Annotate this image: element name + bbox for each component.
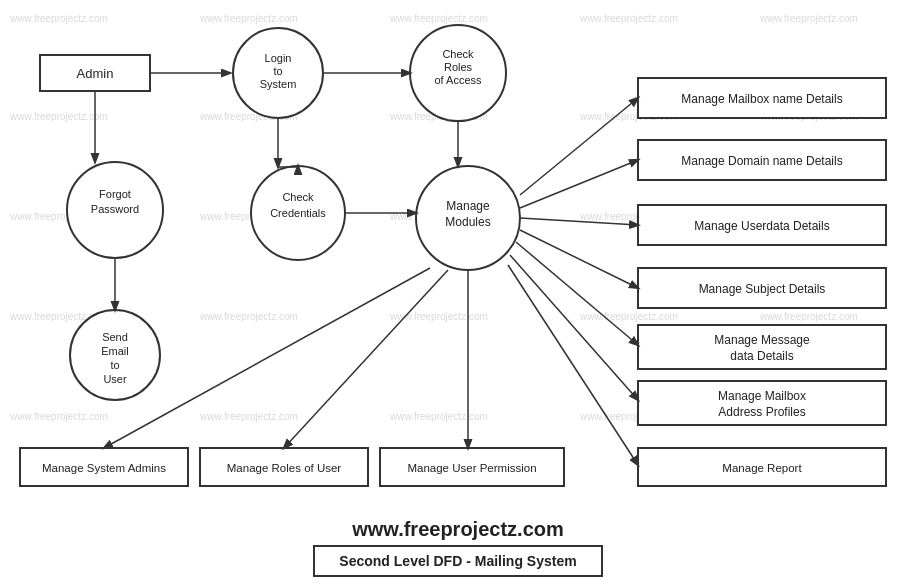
svg-text:www.freeprojectz.com: www.freeprojectz.com xyxy=(579,311,678,322)
svg-text:Credentials: Credentials xyxy=(270,207,326,219)
svg-text:Login: Login xyxy=(265,52,292,64)
svg-text:Manage: Manage xyxy=(446,199,490,213)
svg-text:Forgot: Forgot xyxy=(99,188,131,200)
svg-text:Roles: Roles xyxy=(444,61,473,73)
diagram-title: Second Level DFD - Mailing System xyxy=(313,545,602,577)
svg-text:Manage Mailbox name Details: Manage Mailbox name Details xyxy=(681,92,842,106)
svg-text:Modules: Modules xyxy=(445,215,490,229)
admin-label: Admin xyxy=(77,66,114,81)
svg-text:www.freeprojectz.com: www.freeprojectz.com xyxy=(389,13,488,24)
svg-text:www.freeprojectz.com: www.freeprojectz.com xyxy=(759,311,858,322)
svg-text:www.freeprojectz.com: www.freeprojectz.com xyxy=(759,13,858,24)
svg-text:Address Profiles: Address Profiles xyxy=(718,405,805,419)
svg-text:Email: Email xyxy=(101,345,129,357)
svg-text:to: to xyxy=(110,359,119,371)
svg-text:Manage Userdata Details: Manage Userdata Details xyxy=(694,219,829,233)
svg-text:Manage Subject Details: Manage Subject Details xyxy=(699,282,826,296)
svg-text:www.freeprojectz.com: www.freeprojectz.com xyxy=(9,111,108,122)
svg-text:Manage  Report: Manage Report xyxy=(722,462,802,474)
svg-text:Manage Domain name Details: Manage Domain name Details xyxy=(681,154,842,168)
svg-line-82 xyxy=(520,230,638,288)
svg-text:data Details: data Details xyxy=(730,349,793,363)
svg-text:www.freeprojectz.com: www.freeprojectz.com xyxy=(9,13,108,24)
svg-text:www.freeprojectz.com: www.freeprojectz.com xyxy=(579,13,678,24)
svg-text:www.freeprojectz.com: www.freeprojectz.com xyxy=(389,311,488,322)
svg-line-79 xyxy=(520,98,638,195)
dfd-diagram: www.freeprojectz.com www.freeprojectz.co… xyxy=(0,0,916,587)
svg-point-31 xyxy=(410,25,506,121)
svg-text:User: User xyxy=(103,373,127,385)
svg-text:www.freeprojectz.com: www.freeprojectz.com xyxy=(199,13,298,24)
svg-line-85 xyxy=(508,265,638,465)
svg-text:www.freeprojectz.com: www.freeprojectz.com xyxy=(389,411,488,422)
svg-text:www.freeprojectz.com: www.freeprojectz.com xyxy=(199,311,298,322)
svg-text:Password: Password xyxy=(91,203,139,215)
svg-text:Check: Check xyxy=(282,191,314,203)
svg-text:Check: Check xyxy=(442,48,474,60)
svg-text:Manage Message: Manage Message xyxy=(714,333,810,347)
website-label: www.freeprojectz.com xyxy=(158,518,758,541)
svg-line-80 xyxy=(520,160,638,208)
svg-text:www.freeprojectz.com: www.freeprojectz.com xyxy=(9,411,108,422)
footer-area: www.freeprojectz.com Second Level DFD - … xyxy=(158,518,758,577)
svg-text:Manage Roles of User: Manage Roles of User xyxy=(227,462,342,474)
diagram-container: www.freeprojectz.com www.freeprojectz.co… xyxy=(0,0,916,587)
svg-text:Manage User Permission: Manage User Permission xyxy=(407,462,536,474)
svg-text:Manage System Admins: Manage System Admins xyxy=(42,462,166,474)
svg-text:to: to xyxy=(273,65,282,77)
svg-text:Manage Mailbox: Manage Mailbox xyxy=(718,389,806,403)
svg-text:of Access: of Access xyxy=(434,74,482,86)
svg-text:System: System xyxy=(260,78,297,90)
svg-text:Send: Send xyxy=(102,331,128,343)
svg-line-84 xyxy=(510,255,638,400)
svg-text:www.freeprojectz.com: www.freeprojectz.com xyxy=(199,411,298,422)
